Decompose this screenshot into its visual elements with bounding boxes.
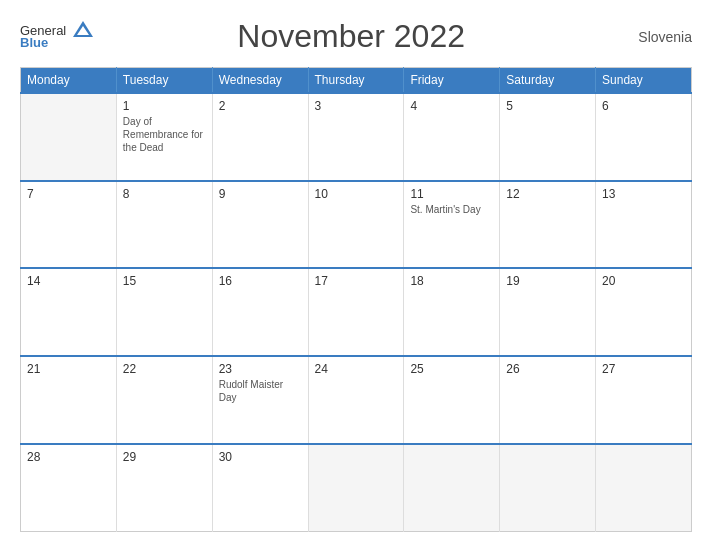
calendar-cell	[404, 444, 500, 532]
day-number: 1	[123, 99, 206, 113]
calendar-cell: 16	[212, 268, 308, 356]
calendar-cell: 1Day of Remembrance for the Dead	[116, 93, 212, 181]
calendar-cell	[596, 444, 692, 532]
calendar-cell: 18	[404, 268, 500, 356]
calendar-cell: 7	[21, 181, 117, 269]
day-number: 16	[219, 274, 302, 288]
day-number: 29	[123, 450, 206, 464]
calendar-cell: 28	[21, 444, 117, 532]
calendar-cell: 21	[21, 356, 117, 444]
calendar-cell: 9	[212, 181, 308, 269]
logo-icon	[73, 21, 93, 37]
calendar-cell: 20	[596, 268, 692, 356]
day-number: 14	[27, 274, 110, 288]
logo-blue-text: Blue	[20, 35, 48, 50]
calendar-cell	[21, 93, 117, 181]
day-number: 3	[315, 99, 398, 113]
calendar-cell: 24	[308, 356, 404, 444]
calendar-cell	[308, 444, 404, 532]
day-number: 12	[506, 187, 589, 201]
calendar-cell: 2	[212, 93, 308, 181]
calendar-cell: 15	[116, 268, 212, 356]
day-number: 11	[410, 187, 493, 201]
day-number: 23	[219, 362, 302, 376]
holiday-label: Day of Remembrance for the Dead	[123, 115, 206, 154]
calendar-cell: 12	[500, 181, 596, 269]
day-number: 9	[219, 187, 302, 201]
calendar-cell: 23Rudolf Maister Day	[212, 356, 308, 444]
day-number: 19	[506, 274, 589, 288]
day-number: 10	[315, 187, 398, 201]
day-number: 17	[315, 274, 398, 288]
header-saturday: Saturday	[500, 68, 596, 94]
calendar-cell: 27	[596, 356, 692, 444]
header-friday: Friday	[404, 68, 500, 94]
calendar-cell: 26	[500, 356, 596, 444]
calendar-cell: 17	[308, 268, 404, 356]
calendar-cell	[500, 444, 596, 532]
month-title: November 2022	[90, 18, 612, 55]
day-number: 13	[602, 187, 685, 201]
calendar-cell: 14	[21, 268, 117, 356]
calendar-cell: 10	[308, 181, 404, 269]
day-number: 8	[123, 187, 206, 201]
day-number: 27	[602, 362, 685, 376]
day-number: 30	[219, 450, 302, 464]
calendar-header: Monday Tuesday Wednesday Thursday Friday…	[21, 68, 692, 94]
day-number: 25	[410, 362, 493, 376]
calendar-cell: 25	[404, 356, 500, 444]
day-number: 6	[602, 99, 685, 113]
calendar-week-2: 14151617181920	[21, 268, 692, 356]
calendar-week-3: 212223Rudolf Maister Day24252627	[21, 356, 692, 444]
holiday-label: St. Martin's Day	[410, 203, 493, 216]
page: General Blue November 2022 Slovenia Mond…	[0, 0, 712, 550]
calendar-cell: 22	[116, 356, 212, 444]
calendar-cell: 30	[212, 444, 308, 532]
logo: General Blue	[20, 23, 90, 50]
calendar-cell: 13	[596, 181, 692, 269]
calendar-table: Monday Tuesday Wednesday Thursday Friday…	[20, 67, 692, 532]
calendar-cell: 4	[404, 93, 500, 181]
calendar-cell: 3	[308, 93, 404, 181]
calendar-cell: 19	[500, 268, 596, 356]
header-monday: Monday	[21, 68, 117, 94]
header: General Blue November 2022 Slovenia	[20, 18, 692, 55]
day-number: 5	[506, 99, 589, 113]
calendar-cell: 5	[500, 93, 596, 181]
day-number: 2	[219, 99, 302, 113]
calendar-cell: 29	[116, 444, 212, 532]
day-number: 22	[123, 362, 206, 376]
day-number: 20	[602, 274, 685, 288]
day-number: 26	[506, 362, 589, 376]
header-sunday: Sunday	[596, 68, 692, 94]
calendar-body: 1Day of Remembrance for the Dead23456789…	[21, 93, 692, 532]
calendar-cell: 6	[596, 93, 692, 181]
weekday-header-row: Monday Tuesday Wednesday Thursday Friday…	[21, 68, 692, 94]
header-thursday: Thursday	[308, 68, 404, 94]
calendar-week-4: 282930	[21, 444, 692, 532]
day-number: 24	[315, 362, 398, 376]
header-tuesday: Tuesday	[116, 68, 212, 94]
day-number: 15	[123, 274, 206, 288]
calendar-week-0: 1Day of Remembrance for the Dead23456	[21, 93, 692, 181]
day-number: 7	[27, 187, 110, 201]
header-wednesday: Wednesday	[212, 68, 308, 94]
calendar-week-1: 7891011St. Martin's Day1213	[21, 181, 692, 269]
calendar-cell: 8	[116, 181, 212, 269]
day-number: 28	[27, 450, 110, 464]
country-label: Slovenia	[612, 29, 692, 45]
holiday-label: Rudolf Maister Day	[219, 378, 302, 404]
calendar-cell: 11St. Martin's Day	[404, 181, 500, 269]
day-number: 4	[410, 99, 493, 113]
day-number: 21	[27, 362, 110, 376]
day-number: 18	[410, 274, 493, 288]
